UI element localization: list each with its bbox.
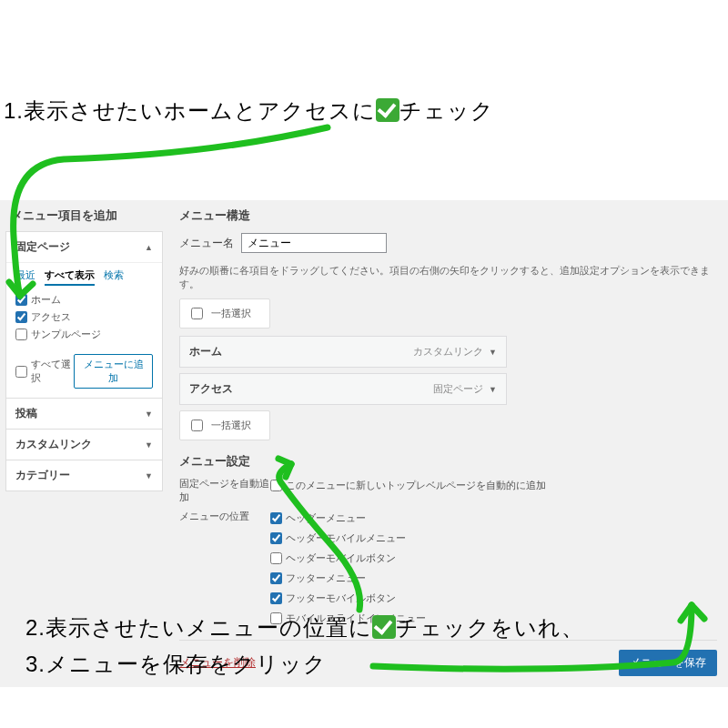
- drag-hint: 好みの順番に各項目をドラッグしてください。項目の右側の矢印をクリックすると、追加…: [179, 264, 717, 291]
- accordion-posts[interactable]: 投稿▼: [6, 398, 162, 429]
- menu-name-label: メニュー名: [179, 236, 234, 251]
- tab-recent[interactable]: 最近: [15, 268, 35, 286]
- menu-name-row: メニュー名: [179, 233, 717, 253]
- bulk-select-top[interactable]: 一括選択: [179, 298, 270, 329]
- page-item-sample[interactable]: サンプルページ: [15, 326, 153, 343]
- position-option-4[interactable]: フッターモバイルボタン: [270, 590, 426, 607]
- accordion-custom-link[interactable]: カスタムリンク▼: [6, 429, 162, 460]
- checkbox-position-0[interactable]: [270, 512, 282, 524]
- menu-structure-title: メニュー構造: [179, 207, 717, 224]
- annotation-step1: 1.表示させたいホームとアクセスにチェック: [4, 96, 494, 126]
- accordion-categories[interactable]: カテゴリー▼: [6, 460, 162, 490]
- caret-down-icon: ▼: [145, 410, 153, 419]
- auto-add-option[interactable]: このメニューに新しいトップレベルページを自動的に追加: [270, 477, 546, 494]
- caret-down-icon: ▼: [145, 440, 153, 450]
- menu-position-row: メニューの位置 ヘッダーメニューヘッダーモバイルメニューヘッダーモバイルボタンフ…: [179, 504, 717, 627]
- check-icon: [376, 98, 399, 122]
- checkbox-access[interactable]: [15, 311, 27, 323]
- add-to-menu-button[interactable]: メニューに追加: [74, 354, 153, 389]
- select-all[interactable]: すべて選択: [15, 356, 74, 387]
- position-option-0[interactable]: ヘッダーメニュー: [270, 510, 426, 527]
- checkbox-position-1[interactable]: [270, 532, 282, 544]
- menu-item-access[interactable]: アクセス 固定ページ▼: [179, 373, 507, 405]
- checkbox-auto-add[interactable]: [270, 480, 282, 491]
- accordion: 固定ページ▲ 最近 すべて表示 検索 ホーム アクセス サンプルページ すべて選…: [5, 231, 163, 491]
- checkbox-home[interactable]: [15, 294, 27, 306]
- checkbox-bulk-top[interactable]: [191, 308, 203, 319]
- checkbox-bulk-bottom[interactable]: [191, 420, 203, 431]
- caret-down-icon: ▼: [145, 471, 153, 480]
- menu-item-home[interactable]: ホーム カスタムリンク▼: [179, 336, 507, 368]
- checkbox-sample[interactable]: [15, 329, 27, 340]
- accordion-pages[interactable]: 固定ページ▲: [6, 232, 162, 262]
- bulk-select-bottom[interactable]: 一括選択: [179, 410, 270, 440]
- add-items-title: メニュー項目を追加: [0, 207, 168, 231]
- checkbox-position-4[interactable]: [270, 592, 282, 604]
- menu-name-input[interactable]: [241, 233, 387, 253]
- pages-tabs: 最近 すべて表示 検索: [15, 268, 153, 286]
- annotation-step3: 3.メニューを保存をクリック: [25, 650, 327, 679]
- checkbox-position-3[interactable]: [270, 572, 282, 584]
- position-option-1[interactable]: ヘッダーモバイルメニュー: [270, 530, 426, 547]
- tab-search[interactable]: 検索: [104, 268, 124, 286]
- page-item-home[interactable]: ホーム: [15, 291, 153, 308]
- annotation-step2: 2.表示させたいメニューの位置にチェックをいれ、: [25, 613, 584, 642]
- check-icon: [372, 615, 396, 639]
- checkbox-select-all[interactable]: [15, 366, 27, 378]
- caret-down-icon: ▼: [489, 348, 497, 357]
- caret-down-icon: ▼: [489, 385, 497, 394]
- caret-up-icon: ▲: [145, 243, 153, 252]
- menu-settings-title: メニュー設定: [179, 453, 717, 470]
- position-option-2[interactable]: ヘッダーモバイルボタン: [270, 550, 426, 567]
- tab-all[interactable]: すべて表示: [45, 268, 95, 286]
- auto-add-row: 固定ページを自動追加 このメニューに新しいトップレベルページを自動的に追加: [179, 471, 717, 504]
- checkbox-position-2[interactable]: [270, 552, 282, 564]
- page-item-access[interactable]: アクセス: [15, 308, 153, 326]
- accordion-pages-body: 最近 すべて表示 検索 ホーム アクセス サンプルページ すべて選択 メニューに…: [6, 262, 162, 398]
- position-option-3[interactable]: フッターメニュー: [270, 570, 426, 587]
- save-menu-button[interactable]: メニューを保存: [619, 650, 717, 676]
